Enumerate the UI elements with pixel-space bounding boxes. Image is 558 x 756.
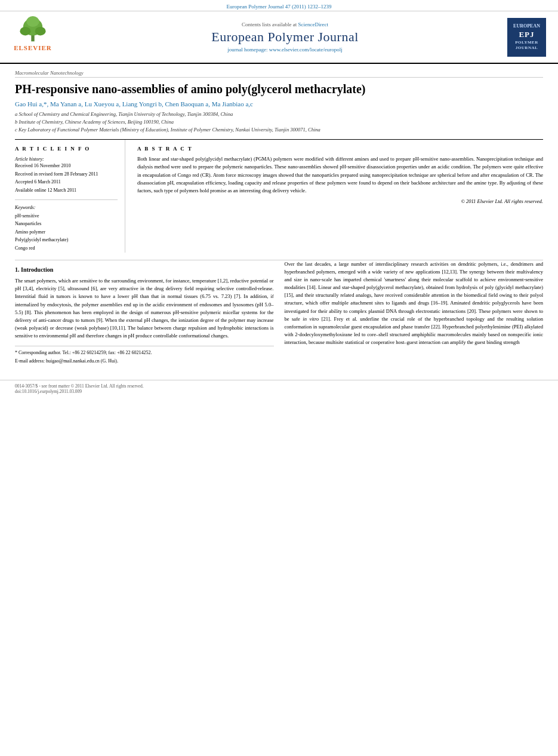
svg-point-4 xyxy=(26,16,39,27)
citation-text: European Polymer Journal 47 (2011) 1232–… xyxy=(227,4,332,10)
abstract-heading: A B S T R A C T xyxy=(137,146,543,152)
article-info-col: A R T I C L E I N F O Article history: R… xyxy=(15,140,125,252)
footnotes: * Corresponding author. Tel.: +86 22 602… xyxy=(15,346,274,365)
elsevier-wordmark: ELSEVIER xyxy=(14,44,52,51)
history-label: Article history: xyxy=(15,156,118,162)
svg-point-3 xyxy=(35,27,46,35)
affiliation-a: a School of Chemistry and Chemical Engin… xyxy=(15,110,543,118)
svg-rect-0 xyxy=(31,35,34,42)
authors-text: Gao Hui a,*, Ma Yanan a, Lu Xueyou a, Li… xyxy=(15,100,253,107)
elsevier-logo: ELSEVIER xyxy=(9,16,57,58)
affiliation-b: b Institute of Chemistry, Chinese Academ… xyxy=(15,118,543,126)
received-revised-date: Received in revised form 28 February 201… xyxy=(15,170,118,179)
article-history: Article history: Received 16 November 20… xyxy=(15,156,118,199)
keywords-label: Keywords: xyxy=(15,205,118,210)
epj-badge: EUROPEAN EPJ POLYMER JOURNAL xyxy=(507,18,546,57)
available-online-date: Available online 12 March 2011 xyxy=(15,186,118,195)
affiliations: a School of Chemistry and Chemical Engin… xyxy=(15,110,543,133)
sciencedirect-link[interactable]: ScienceDirect xyxy=(298,21,328,27)
body-left-para-1: The smart polymers, which are sensitive … xyxy=(15,277,274,340)
body-right-col: Over the last decades, a large number of… xyxy=(285,260,544,367)
bottom-bar: 0014-3057/$ - see front matter © 2011 El… xyxy=(0,380,558,397)
keywords-section: Keywords: pH-sensitive Nanoparticles Ami… xyxy=(15,205,118,253)
abstract-text: Both linear and star-shaped poly(glycidy… xyxy=(137,155,543,195)
svg-point-2 xyxy=(20,27,30,35)
body-content: 1. Introduction The smart polymers, whic… xyxy=(15,260,543,367)
journal-title: European Polymer Journal xyxy=(69,29,501,45)
abstract-col: A B S T R A C T Both linear and star-sha… xyxy=(137,140,543,252)
received-date: Received 16 November 2010 xyxy=(15,162,118,170)
keyword-3: Amino polymer xyxy=(15,228,118,236)
section-label: Macromolecular Nanotechnology xyxy=(15,70,543,78)
accepted-date: Accepted 6 March 2011 xyxy=(15,178,118,186)
epj-line1: EUROPEAN xyxy=(513,23,540,29)
journal-header: ELSEVIER Contents lists available at Sci… xyxy=(0,11,558,64)
body-right-para-1: Over the last decades, a large number of… xyxy=(285,260,544,347)
copyright-line: © 2011 Elsevier Ltd. All rights reserved… xyxy=(137,198,543,204)
elsevier-tree-icon xyxy=(15,16,51,43)
epj-line3: POLYMER JOURNAL xyxy=(510,40,544,51)
keyword-1: pH-sensitive xyxy=(15,212,118,220)
info-abstract-section: A R T I C L E I N F O Article history: R… xyxy=(15,139,543,252)
keyword-5: Congo red xyxy=(15,244,118,253)
epj-logo-area: EUROPEAN EPJ POLYMER JOURNAL xyxy=(507,18,549,57)
authors-line: Gao Hui a,*, Ma Yanan a, Lu Xueyou a, Li… xyxy=(15,100,543,107)
keyword-4: Poly(glycidyl methacrylate) xyxy=(15,236,118,244)
sciencedirect-line: Contents lists available at ScienceDirec… xyxy=(69,21,501,27)
intro-heading: 1. Introduction xyxy=(15,265,274,275)
footnote-corresponding: * Corresponding author. Tel.: +86 22 602… xyxy=(15,349,274,357)
elsevier-logo-area: ELSEVIER xyxy=(9,16,63,58)
journal-homepage: journal homepage: www.elsevier.com/locat… xyxy=(69,47,501,53)
article-title: PH-responsive nano-assemblies of amino p… xyxy=(15,81,543,97)
bottom-text-1: 0014-3057/$ - see front matter © 2011 El… xyxy=(15,383,543,389)
citation-bar: European Polymer Journal 47 (2011) 1232–… xyxy=(0,0,558,11)
body-left-col: 1. Introduction The smart polymers, whic… xyxy=(15,260,274,367)
epj-line2: EPJ xyxy=(519,30,534,40)
affiliation-c: c Key Laboratory of Functional Polymer M… xyxy=(15,126,543,134)
keyword-2: Nanoparticles xyxy=(15,220,118,228)
main-content: Macromolecular Nanotechnology PH-respons… xyxy=(0,64,558,375)
bottom-text-2: doi:10.1016/j.eurpolymj.2011.03.009 xyxy=(15,389,543,394)
article-info-heading: A R T I C L E I N F O xyxy=(15,146,118,152)
footnote-email: E-mail address: huigao@mail.nankai.edu.c… xyxy=(15,358,274,365)
journal-center-info: Contents lists available at ScienceDirec… xyxy=(69,21,501,53)
homepage-link[interactable]: journal homepage: www.elsevier.com/locat… xyxy=(227,47,342,53)
